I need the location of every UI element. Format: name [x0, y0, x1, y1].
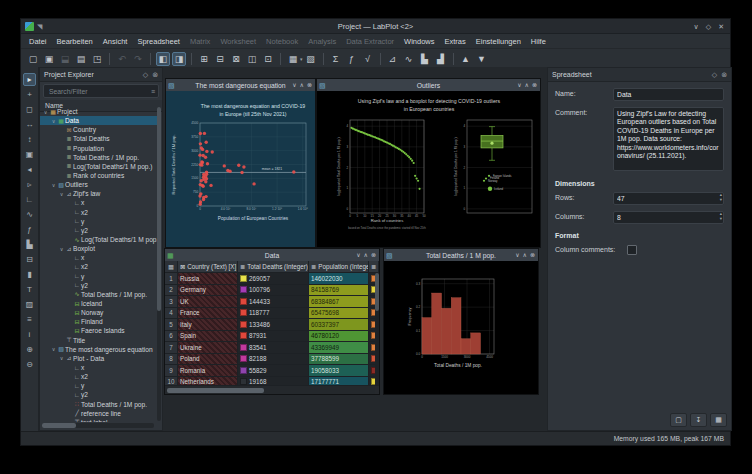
deaths-cell[interactable]: 100796 — [238, 285, 309, 297]
tree-expand-arrow[interactable]: ∨ — [50, 346, 57, 352]
menu-spreadsheet[interactable]: Spreadsheet — [132, 36, 185, 47]
subwindow-close-button[interactable]: ⊗ — [371, 252, 376, 258]
tree-item-zipf-s-law[interactable]: ∨⊿Zipf's law — [40, 189, 157, 198]
new-spreadsheet-dropdown-arrow[interactable]: ▾ — [300, 56, 303, 62]
sort-ascending-button[interactable]: ▲ — [459, 52, 473, 66]
tree-item-faeroe-islands[interactable]: ⊟Faeroe Islands — [40, 326, 157, 335]
tree-item-the-most-dangerous-equation[interactable]: ∨▧The most dangerous equation — [40, 345, 157, 354]
tree-item-x2[interactable]: ∟x2 — [40, 262, 157, 271]
name-field[interactable] — [613, 88, 724, 101]
deaths-cell[interactable]: 144433 — [238, 296, 309, 308]
population-cell[interactable]: 84158769 — [309, 285, 369, 297]
population-cell[interactable]: 37788599 — [309, 354, 369, 366]
insert-column-left-button[interactable]: ◫ — [245, 52, 259, 66]
tree-item-x2[interactable]: ∟x2 — [40, 208, 157, 217]
population-cell[interactable]: 146022030 — [309, 273, 369, 285]
population-cell[interactable]: 43369949 — [309, 342, 369, 354]
histogram-plot[interactable]: 01500300045000.00.10.20.3FrequencyTotal … — [384, 261, 538, 394]
country-cell[interactable]: Ukraine — [178, 342, 238, 354]
add-histogram-tool-button[interactable]: ▙ — [23, 238, 36, 251]
tree-item-plot-data[interactable]: ∨⊿Plot - Data — [40, 354, 157, 363]
subwindow-restore-button[interactable]: ∧ — [300, 82, 304, 88]
tree-item-data[interactable]: ∨▦Data — [40, 116, 157, 125]
outliers-worksheet[interactable]: Using Zipf's law and a boxplot for detec… — [317, 91, 540, 247]
add-boxplot-tool-button[interactable]: ⊟ — [23, 253, 36, 266]
menu-bearbeiten[interactable]: Bearbeiten — [52, 36, 98, 47]
subwindow-minimize-button[interactable]: ∨ — [517, 82, 521, 88]
dock-close-icon[interactable]: ⊗ — [152, 71, 158, 78]
menu-ansicht[interactable]: Ansicht — [98, 36, 133, 47]
search-input[interactable] — [47, 87, 151, 96]
new-project-button[interactable]: ▢ — [26, 52, 40, 66]
sort-descending-button[interactable]: ▼ — [475, 52, 489, 66]
rows-spinbox[interactable] — [613, 192, 724, 205]
shift-left-tool-button[interactable]: ◂ — [23, 163, 36, 176]
template-save-button[interactable]: ↧ — [690, 413, 707, 427]
statistics-chart-button[interactable]: ▟ — [434, 52, 448, 66]
population-cell[interactable]: 65475698 — [309, 308, 369, 320]
table-row[interactable]: 7Ukraine8354143369949 — [165, 342, 379, 354]
comment-field[interactable] — [613, 107, 724, 171]
spreadsheet-window-data[interactable]: ▦ Data ∨∧⊗ ▦⊠Country (Text) [X]≣Total De… — [164, 248, 380, 395]
insert-row-below-button[interactable]: ⊟ — [213, 52, 227, 66]
table-row[interactable]: 5Italy13348660337397 — [165, 319, 379, 331]
table-row[interactable]: 6Spain8793146780120 — [165, 331, 379, 343]
deaths-cell[interactable]: 118777 — [238, 308, 309, 320]
add-histogram-button[interactable]: ▙ — [418, 52, 432, 66]
tree-item-total-deaths-1m-pop-[interactable]: ≣Total Deaths / 1M pop. — [40, 153, 157, 162]
tree-expand-arrow[interactable]: ∨ — [50, 182, 57, 188]
tree-item-text-label[interactable]: ⊤text label — [40, 418, 157, 422]
tree-expand-arrow[interactable]: ∨ — [50, 118, 57, 124]
close-button[interactable]: ✕ — [718, 23, 724, 30]
population-cell[interactable]: 68384867 — [309, 296, 369, 308]
country-cell[interactable]: France — [178, 308, 238, 320]
title-bar[interactable]: ◥ Project — LabPlot <2> ∨◇✕ — [21, 19, 730, 34]
tree-item-total-deaths[interactable]: ≣Total Deaths — [40, 134, 157, 143]
tree-item-log-total-deaths-1-m-pop-[interactable]: ∿Log(Total Deaths/1 M pop.) — [40, 235, 157, 244]
menu-hilfe[interactable]: Hilfe — [526, 36, 551, 47]
tree-item-y2[interactable]: ∟y2 — [40, 281, 157, 290]
tree-item-log-total-deaths-1-m-pop-[interactable]: ≣Log(Total Deaths/1 M pop.) — [40, 162, 157, 171]
normalize-button[interactable]: √ — [361, 52, 375, 66]
subwindow-minimize-button[interactable]: ∨ — [356, 252, 360, 258]
add-curve-button[interactable]: ∿ — [402, 52, 416, 66]
tree-expand-arrow[interactable]: ∨ — [42, 109, 49, 115]
crosshair-tool-button[interactable]: + — [23, 88, 36, 101]
tree-item-norway[interactable]: ⊟Norway — [40, 308, 157, 317]
columns-spinbox[interactable] — [613, 211, 724, 224]
menu-extras[interactable]: Extras — [440, 36, 471, 47]
add-axis-tool-button[interactable]: ∟ — [23, 193, 36, 206]
worksheet-window-histogram[interactable]: ▧ Total Deaths / 1 M pop. ∨∧⊗ 0150030004… — [383, 248, 539, 395]
column-comments-checkbox[interactable] — [627, 245, 637, 255]
deaths-cell[interactable]: 87931 — [238, 331, 309, 343]
subwindow-restore-button[interactable]: ∧ — [364, 252, 368, 258]
add-text-tool-button[interactable]: T — [23, 283, 36, 296]
add-image-tool-button[interactable]: ▨ — [23, 298, 36, 311]
tree-item-y[interactable]: ∟y — [40, 217, 157, 226]
corner-cell[interactable]: ▦ — [165, 261, 178, 273]
column-header-3[interactable]: ≣Population (Integer) [Y] — [309, 261, 369, 273]
template-new-button[interactable]: ▢ — [670, 413, 687, 427]
export-button[interactable]: ◳ — [90, 52, 104, 66]
tree-item-population[interactable]: ≣Population — [40, 144, 157, 153]
add-legend-tool-button[interactable]: ≡ — [23, 313, 36, 326]
new-spreadsheet-button[interactable]: ▦ — [286, 52, 300, 66]
subwindow-close-button[interactable]: ⊗ — [530, 252, 535, 258]
tree-expand-arrow[interactable]: ∨ — [58, 246, 65, 252]
country-cell[interactable]: Russia — [178, 273, 238, 285]
subwindow-restore-button[interactable]: ∧ — [525, 82, 529, 88]
tree-item-finland[interactable]: ⊟Finland — [40, 317, 157, 326]
minimize-button[interactable]: ∨ — [694, 23, 699, 30]
tree-item-x[interactable]: ∟x — [40, 363, 157, 372]
deaths-cell[interactable]: 82188 — [238, 354, 309, 366]
toggle-properties-explorer-button[interactable]: ◨ — [172, 52, 186, 66]
open-project-button[interactable]: ▣ — [42, 52, 56, 66]
tree-item-iceland[interactable]: ⊟Iceland — [40, 299, 157, 308]
spinbox-arrows[interactable]: ▴▾ — [720, 212, 722, 221]
dangerous-equation-worksheet[interactable]: The most dangerous equation and COVID-19… — [166, 91, 315, 247]
country-cell[interactable]: UK — [178, 296, 238, 308]
population-cell[interactable]: 60337397 — [309, 319, 369, 331]
tree-item-outliers[interactable]: ∨▧Outliers — [40, 180, 157, 189]
function-values-button[interactable]: ƒ — [345, 52, 359, 66]
filter-icon[interactable]: ≡ — [151, 88, 155, 95]
